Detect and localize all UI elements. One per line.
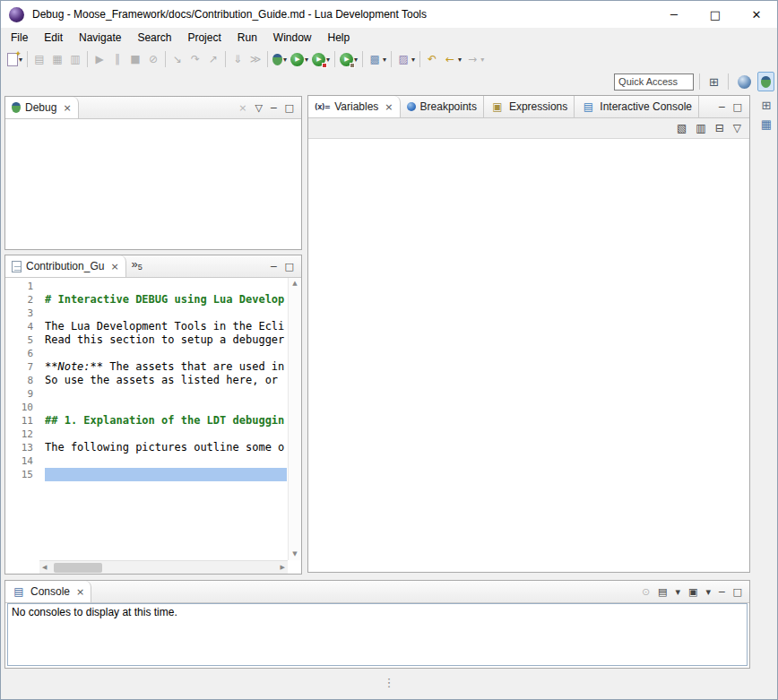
open-wizard-button[interactable]: ▩▾ (366, 49, 388, 69)
menu-run[interactable]: Run (229, 29, 265, 47)
tab-debug[interactable]: Debug × (5, 97, 79, 118)
view-menu-icon[interactable]: ▽ (733, 123, 741, 134)
drop-to-frame-button[interactable]: ⇓ (229, 49, 246, 69)
show-type-names-icon[interactable]: ▧ (677, 123, 687, 134)
code-line[interactable]: ## 1. Explanation of the LDT debuggin (45, 414, 287, 428)
code-line[interactable]: The Lua Development Tools in the Ecli (45, 320, 287, 333)
step-over-button[interactable]: ↷ (186, 49, 204, 69)
maximize-icon[interactable]: □ (733, 102, 742, 112)
display-selected-console-icon[interactable]: ▤ (658, 587, 667, 597)
resume-button[interactable]: ▶ (91, 49, 108, 69)
code-line[interactable] (45, 347, 287, 360)
code-line[interactable] (45, 280, 287, 293)
collapse-all-icon[interactable]: ⊟ (715, 123, 724, 134)
scroll-down-icon[interactable]: ▼ (292, 551, 297, 557)
step-return-button[interactable]: ↗ (204, 49, 222, 69)
back-button[interactable]: ←▾ (441, 49, 463, 69)
menu-search[interactable]: Search (129, 29, 179, 47)
editor-horizontal-scrollbar[interactable]: ◀ ▶ (39, 560, 288, 574)
save-button[interactable]: ▤ (30, 49, 48, 69)
open-console-icon[interactable]: ▣ (688, 587, 697, 597)
maximize-icon[interactable]: □ (285, 262, 294, 272)
tab-expressions[interactable]: ▣ Expressions (484, 96, 575, 117)
pin-console-icon[interactable]: ⊙ (642, 587, 650, 597)
suspend-button[interactable]: ‖ (108, 49, 126, 69)
editor-vertical-scrollbar[interactable]: ▲ ▼ (288, 278, 301, 560)
debug-perspective-button[interactable] (757, 72, 774, 91)
minimize-icon[interactable]: ─ (719, 587, 725, 597)
tab-console[interactable]: ▤ Console × (5, 581, 91, 602)
quick-access-input[interactable] (614, 73, 694, 91)
debug-button[interactable]: ▾ (271, 49, 289, 69)
minimized-outline-view-icon[interactable]: ▦ (761, 118, 772, 130)
code-line[interactable]: # Interactive DEBUG using Lua Develop (45, 293, 287, 307)
last-edit-location-button[interactable]: ↶ (423, 49, 441, 69)
code-line[interactable]: **Note:** The assets that are used in (45, 360, 287, 374)
run-coverage-button[interactable]: ▶▾ (310, 49, 332, 69)
hidden-tabs-indicator[interactable]: » 5 (126, 255, 148, 277)
external-tools-button[interactable]: ▶▾ (338, 49, 359, 69)
scroll-left-icon[interactable]: ◀ (42, 565, 47, 571)
view-menu-icon[interactable]: ▽ (255, 103, 263, 113)
tab-interactive-console[interactable]: ▤ Interactive Console (575, 96, 699, 117)
new-button[interactable]: ✦▾ (5, 49, 24, 69)
menu-window[interactable]: Window (265, 29, 320, 47)
dropdown-arrow-icon[interactable]: ▾ (411, 56, 415, 64)
forward-button[interactable]: →▾ (463, 49, 486, 69)
minimize-icon[interactable]: ─ (719, 102, 725, 112)
minimized-view-icon[interactable]: ⊞ (762, 99, 772, 111)
use-step-filters-button[interactable]: ≫ (246, 49, 264, 69)
dropdown-arrow-icon[interactable]: ▾ (705, 587, 711, 597)
editor-body[interactable]: 123456789101112131415 # Interactive DEBU… (5, 278, 301, 574)
close-icon[interactable]: × (76, 586, 84, 598)
tab-breakpoints[interactable]: Breakpoints (401, 96, 484, 117)
maximize-window-button[interactable]: □ (695, 1, 736, 28)
ldt-perspective-button[interactable] (734, 72, 755, 91)
minimize-icon[interactable]: ─ (271, 103, 277, 113)
dropdown-arrow-icon[interactable]: ▾ (383, 56, 386, 64)
save-all-button[interactable]: ▦ (48, 49, 66, 69)
tab-contribution-guide[interactable]: Contribution_Gu × (5, 255, 126, 277)
menu-project[interactable]: Project (179, 29, 229, 47)
code-line[interactable] (45, 468, 287, 481)
code-line[interactable] (45, 454, 287, 468)
code-line[interactable] (45, 401, 287, 414)
scroll-up-icon[interactable]: ▲ (292, 281, 297, 287)
code-line[interactable] (45, 387, 287, 401)
maximize-icon[interactable]: □ (733, 587, 742, 597)
code-line[interactable] (45, 307, 287, 320)
close-window-button[interactable]: ✕ (736, 1, 777, 28)
scrollbar-thumb[interactable] (54, 563, 102, 573)
resize-grip-icon[interactable]: ⋮ (384, 676, 395, 699)
code-line[interactable]: So use the assets as listed here, or (45, 374, 287, 387)
step-into-button[interactable]: ↘ (169, 49, 186, 69)
open-perspective-button[interactable]: ⊞ (705, 72, 722, 91)
run-button[interactable]: ▶▾ (289, 49, 310, 69)
scroll-right-icon[interactable]: ▶ (281, 565, 285, 571)
menu-navigate[interactable]: Navigate (71, 29, 129, 47)
terminate-button[interactable]: ■ (126, 49, 144, 69)
tab-variables[interactable]: (x)= Variables × (308, 96, 401, 117)
dropdown-arrow-icon[interactable]: ▾ (283, 56, 287, 64)
dropdown-arrow-icon[interactable]: ▾ (676, 587, 681, 597)
remove-all-terminated-icon[interactable]: × (238, 103, 246, 113)
code-line[interactable]: Read this section to setup a debugger (45, 333, 287, 347)
code-line[interactable] (45, 428, 287, 441)
show-logical-structures-icon[interactable]: ▥ (696, 123, 705, 134)
menu-file[interactable]: File (3, 29, 36, 47)
close-icon[interactable]: × (110, 261, 118, 272)
minimize-icon[interactable]: ─ (271, 262, 277, 272)
editor-code[interactable]: # Interactive DEBUG using Lua DevelopThe… (45, 280, 287, 559)
menu-edit[interactable]: Edit (36, 29, 71, 47)
close-icon[interactable]: × (63, 102, 71, 114)
code-line[interactable]: The following pictures outline some o (45, 441, 287, 454)
close-icon[interactable]: × (385, 101, 393, 113)
disconnect-button[interactable]: ⊘ (144, 49, 162, 69)
dropdown-arrow-icon[interactable]: ▾ (458, 56, 462, 64)
maximize-icon[interactable]: □ (285, 103, 294, 113)
open-element-button[interactable]: ▨▾ (394, 49, 417, 69)
minimize-window-button[interactable]: ─ (653, 1, 695, 28)
print-button[interactable]: ▥ (66, 49, 84, 69)
dropdown-arrow-icon[interactable]: ▾ (305, 56, 308, 64)
dropdown-arrow-icon[interactable]: ▾ (480, 56, 484, 64)
